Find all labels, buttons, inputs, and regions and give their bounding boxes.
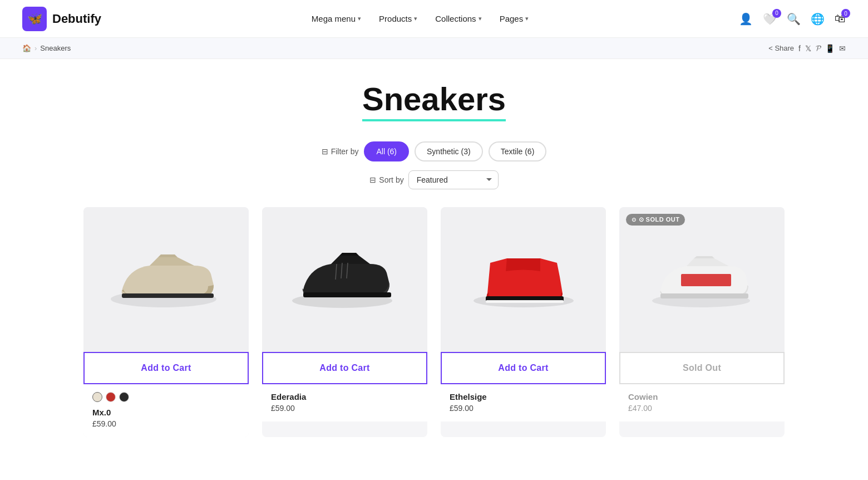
product-image-wrap-ethelsige <box>441 207 606 352</box>
product-name-mx0: Mx.0 <box>92 408 240 417</box>
add-to-cart-button-mx0[interactable]: Add to Cart <box>83 352 249 384</box>
share-area: < Share f 𝕏 𝓟 📱 ✉ <box>768 43 846 53</box>
logo[interactable]: 🦋 Debutify <box>22 7 101 31</box>
product-info-ederadia: Ederadia £59.00 <box>262 384 427 422</box>
breadcrumb-bar: 🏠 › Sneakers < Share f 𝕏 𝓟 📱 ✉ <box>0 38 868 59</box>
add-to-cart-button-ederadia[interactable]: Add to Cart <box>262 352 427 384</box>
add-to-cart-button-cowien[interactable]: Sold Out <box>619 352 785 384</box>
shoe-image-white <box>641 241 763 319</box>
breadcrumb-home[interactable]: 🏠 <box>22 44 31 52</box>
filter-synthetic[interactable]: Synthetic (3) <box>415 141 483 161</box>
shoe-image-beige <box>105 241 228 319</box>
product-card-ederadia: Add to Cart Ederadia £59.00 <box>262 207 427 437</box>
swatch-red[interactable] <box>106 392 116 402</box>
page-title-wrap: Sneakers <box>83 81 785 121</box>
nav-products[interactable]: Products ▾ <box>379 14 417 23</box>
site-header: 🦋 Debutify Mega menu ▾ Products ▾ Collec… <box>0 0 868 38</box>
account-icon[interactable]: 👤 <box>739 12 753 26</box>
nav-collections[interactable]: Collections ▾ <box>435 14 481 23</box>
product-image-wrap-cowien: ⊙ SOLD OUT <box>619 207 785 352</box>
page-title: Sneakers <box>362 81 506 121</box>
svg-rect-3 <box>303 292 391 297</box>
wishlist-badge: 0 <box>772 9 781 18</box>
shoe-image-black <box>284 241 406 319</box>
product-card-cowien: ⊙ SOLD OUT Sold Out Cowien £47.00 <box>619 207 785 437</box>
product-card-mx0: Add to Cart Mx.0 £59.00 <box>83 207 249 437</box>
sold-out-badge: ⊙ SOLD OUT <box>626 214 685 226</box>
cart-badge: 0 <box>841 9 850 18</box>
nav-mega-menu[interactable]: Mega menu ▾ <box>312 14 361 23</box>
product-name-ederadia: Ederadia <box>271 392 418 401</box>
breadcrumb-separator: › <box>34 44 37 52</box>
product-info-ethelsige: Ethelsige £59.00 <box>441 384 606 422</box>
svg-rect-12 <box>660 293 748 298</box>
sort-icon: ⊟ <box>369 175 376 184</box>
chevron-down-icon: ▾ <box>525 15 529 22</box>
product-price-ethelsige: £59.00 <box>450 404 597 413</box>
product-price-mx0: £59.00 <box>92 419 240 428</box>
cart-icon[interactable]: 🛍 0 <box>835 12 846 25</box>
add-to-cart-button-ethelsige[interactable]: Add to Cart <box>441 352 606 384</box>
swatch-beige[interactable] <box>92 392 102 402</box>
filters-row: ⊟ Filter by All (6) Synthetic (3) Textil… <box>83 141 785 161</box>
page-content: Sneakers ⊟ Filter by All (6) Synthetic (… <box>72 59 796 471</box>
pinterest-icon[interactable]: 𝓟 <box>816 43 821 53</box>
chevron-down-icon: ▾ <box>479 15 482 22</box>
sort-row: ⊟ Sort by Featured Price: Low to High Pr… <box>83 170 785 189</box>
product-card-ethelsige: Add to Cart Ethelsige £59.00 <box>441 207 606 437</box>
filter-textile[interactable]: Textile (6) <box>489 141 547 161</box>
chevron-down-icon: ▾ <box>414 15 417 22</box>
product-price-cowien: £47.00 <box>628 404 776 413</box>
product-info-cowien: Cowien £47.00 <box>619 384 785 422</box>
search-icon[interactable]: 🔍 <box>787 12 801 26</box>
main-nav: Mega menu ▾ Products ▾ Collections ▾ Pag… <box>312 14 529 23</box>
breadcrumb-current: Sneakers <box>40 44 71 52</box>
twitter-icon[interactable]: 𝕏 <box>805 44 811 53</box>
logo-icon: 🦋 <box>22 7 47 31</box>
filter-all[interactable]: All (6) <box>364 141 409 161</box>
filter-icon: ⊟ <box>322 147 328 156</box>
chevron-down-icon: ▾ <box>358 15 361 22</box>
breadcrumb: 🏠 › Sneakers <box>22 44 71 52</box>
logo-text: Debutify <box>52 12 101 26</box>
color-swatches-mx0 <box>92 392 240 402</box>
product-image-wrap <box>83 207 249 352</box>
nav-pages[interactable]: Pages ▾ <box>500 14 529 23</box>
shoe-image-red <box>462 241 585 319</box>
share-label: < Share <box>768 44 794 52</box>
email-icon[interactable]: ✉ <box>839 44 846 53</box>
product-name-ethelsige: Ethelsige <box>450 392 597 401</box>
svg-rect-9 <box>486 300 564 303</box>
svg-rect-11 <box>681 274 731 286</box>
swatch-black[interactable] <box>119 392 129 402</box>
product-price-ederadia: £59.00 <box>271 404 418 413</box>
language-icon[interactable]: 🌐 <box>811 12 825 26</box>
products-grid: Add to Cart Mx.0 £59.00 <box>83 207 785 437</box>
product-image-wrap-ederadia <box>262 207 427 352</box>
wishlist-icon[interactable]: 🤍 0 <box>763 12 777 26</box>
whatsapp-icon[interactable]: 📱 <box>825 44 835 53</box>
product-name-cowien: Cowien <box>628 392 776 401</box>
facebook-icon[interactable]: f <box>798 44 801 53</box>
sort-label: ⊟ Sort by <box>369 175 403 184</box>
sort-select[interactable]: Featured Price: Low to High Price: High … <box>408 170 499 189</box>
product-info-mx0: Mx.0 £59.00 <box>83 384 249 437</box>
header-icons: 👤 🤍 0 🔍 🌐 🛍 0 <box>739 12 846 26</box>
filter-label: ⊟ Filter by <box>322 147 359 156</box>
svg-rect-1 <box>122 293 214 298</box>
